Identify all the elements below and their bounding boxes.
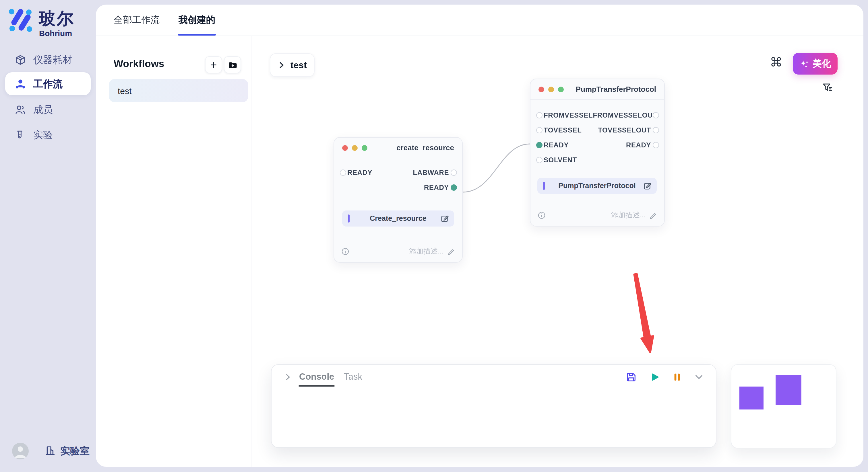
- tab-console[interactable]: Console: [299, 372, 334, 382]
- traffic-red-icon: [538, 86, 544, 92]
- tab-task[interactable]: Task: [344, 372, 362, 382]
- edge-create-resource-to-pump: [463, 144, 530, 192]
- red-arrow-icon: [634, 274, 653, 352]
- console-actions: [626, 371, 704, 382]
- chevron-down-icon: [694, 372, 704, 382]
- workflow-icon: [15, 78, 26, 89]
- action-label: Create_resource: [370, 214, 426, 223]
- node-create-resource[interactable]: create_resource READY LABWARE READY: [334, 137, 463, 263]
- sidebar-item-workflow[interactable]: 工作流: [5, 72, 91, 95]
- pencil-icon[interactable]: [649, 212, 657, 219]
- run-button[interactable]: [649, 371, 660, 382]
- port-label: TOVESSELOUT: [598, 126, 651, 134]
- minimap-node: [776, 375, 801, 405]
- port-tovesselout-out[interactable]: [653, 127, 659, 133]
- workflow-item-label: test: [118, 86, 131, 96]
- tab-label: 全部工作流: [114, 14, 160, 26]
- bohrium-logo-icon: [9, 8, 33, 32]
- save-button[interactable]: [626, 371, 637, 382]
- edit-icon[interactable]: [441, 214, 449, 223]
- beautify-label: 美化: [813, 58, 831, 70]
- breadcrumb[interactable]: test: [270, 53, 315, 77]
- node-pump-transfer-protocol[interactable]: PumpTransferProtocol FROMVESSEL FROMVESS…: [530, 78, 665, 227]
- logo-title-cn: 玻尔: [39, 8, 74, 29]
- action-accent-bar: [348, 214, 350, 223]
- port-ready-out[interactable]: [451, 184, 457, 191]
- port-fromvessel-in[interactable]: [536, 112, 542, 119]
- workflow-list-item-test[interactable]: test: [109, 79, 248, 102]
- app-window: 玻尔 Bohrium 仪器耗材 工作流: [0, 0, 868, 472]
- node-header: PumpTransferProtocol: [530, 79, 664, 100]
- building-icon: [45, 445, 56, 457]
- sidebar-item-instruments[interactable]: 仪器耗材: [5, 48, 91, 71]
- port-row: READY LABWARE: [334, 165, 462, 180]
- traffic-lights: [342, 145, 367, 150]
- beautify-button[interactable]: 美化: [793, 53, 838, 74]
- traffic-lights: [538, 86, 564, 92]
- workspace-switcher[interactable]: 实验室: [45, 444, 90, 458]
- import-workflow-button[interactable]: [224, 56, 241, 73]
- node-action-pump-transfer-protocol[interactable]: PumpTransferProtocol: [537, 178, 657, 194]
- port-solvent-in[interactable]: [536, 157, 542, 163]
- pause-icon: [673, 371, 681, 382]
- action-accent-bar: [543, 182, 545, 190]
- port-row: READY: [334, 180, 462, 195]
- description-placeholder[interactable]: 添加描述...: [611, 210, 646, 220]
- collapse-console-button[interactable]: [694, 372, 704, 382]
- avatar[interactable]: [12, 442, 29, 459]
- package-icon: [15, 54, 26, 65]
- minimap[interactable]: [731, 364, 836, 448]
- port-label: READY: [347, 169, 372, 177]
- workspace-label: 实验室: [60, 444, 90, 458]
- port-label: TOVESSEL: [544, 126, 582, 134]
- node-header: create_resource: [334, 138, 462, 158]
- traffic-yellow-icon: [352, 145, 358, 150]
- sparkles-icon: [799, 59, 809, 69]
- tab-created-by-me[interactable]: 我创建的: [179, 5, 215, 36]
- info-icon[interactable]: [538, 212, 546, 219]
- port-label: LABWARE: [413, 169, 449, 177]
- console-header: Console Task: [272, 365, 716, 389]
- pause-button[interactable]: [673, 371, 681, 382]
- chevron-right-icon[interactable]: [284, 373, 291, 380]
- port-row: TOVESSEL TOVESSELOUT: [530, 123, 664, 138]
- port-tovessel-in[interactable]: [536, 127, 542, 133]
- sidebar-item-members[interactable]: 成员: [5, 98, 91, 121]
- port-labware-out[interactable]: [451, 169, 457, 176]
- edit-icon[interactable]: [644, 182, 652, 190]
- experiment-icon: [15, 129, 26, 140]
- info-icon[interactable]: [342, 248, 349, 255]
- port-ready-in[interactable]: [536, 142, 542, 148]
- workflows-panel: Workflows + test: [96, 36, 251, 467]
- save-icon: [626, 371, 637, 382]
- sidebar-item-label: 仪器耗材: [33, 53, 72, 66]
- filter-button[interactable]: [822, 82, 834, 94]
- port-label: SOLVENT: [544, 156, 577, 164]
- node-action-create-resource[interactable]: Create_resource: [342, 210, 454, 227]
- add-workflow-button[interactable]: +: [205, 56, 222, 73]
- folder-import-icon: [228, 60, 237, 70]
- minimap-node: [739, 386, 764, 409]
- pencil-icon[interactable]: [447, 248, 455, 255]
- port-label: READY: [424, 183, 449, 192]
- port-fromvesselout-out[interactable]: [653, 112, 659, 119]
- workflow-canvas[interactable]: test ⌘ 美化: [251, 36, 863, 467]
- sidebar-item-label: 实验: [33, 128, 53, 141]
- main-panel: 全部工作流 我创建的 Workflows + test: [96, 5, 863, 467]
- port-ready-out[interactable]: [653, 142, 659, 148]
- description-placeholder[interactable]: 添加描述...: [409, 247, 444, 256]
- sidebar: 玻尔 Bohrium 仪器耗材 工作流: [0, 0, 96, 472]
- port-row: FROMVESSEL FROMVESSELOUT: [530, 108, 664, 123]
- tab-bar: 全部工作流 我创建的: [96, 5, 863, 36]
- logo-title-en: Bohrium: [39, 30, 74, 38]
- node-title: create_resource: [396, 143, 454, 152]
- port-ready-in[interactable]: [340, 169, 346, 176]
- play-icon: [649, 371, 660, 382]
- tab-all-workflows[interactable]: 全部工作流: [114, 5, 160, 36]
- shortcuts-button[interactable]: ⌘: [768, 55, 784, 71]
- port-label: FROMVESSEL: [544, 111, 593, 119]
- port-label: READY: [626, 141, 651, 149]
- breadcrumb-label: test: [290, 60, 307, 70]
- workflows-title: Workflows: [114, 58, 164, 70]
- sidebar-item-experiments[interactable]: 实验: [5, 123, 91, 146]
